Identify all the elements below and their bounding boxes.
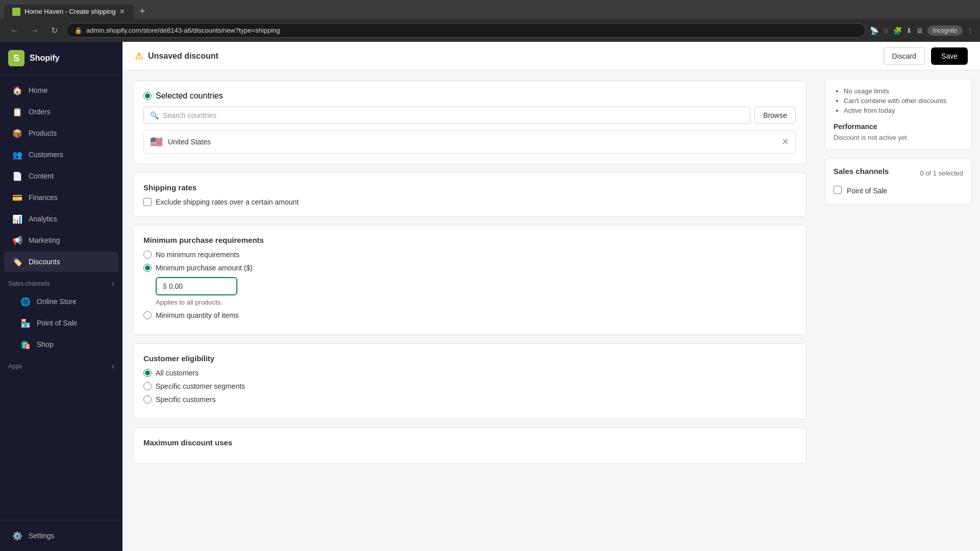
sidebar-item-shop[interactable]: 🛍️ Shop — [4, 334, 118, 355]
products-icon: 📦 — [12, 128, 22, 138]
selected-countries-radio-input[interactable] — [143, 92, 152, 100]
refresh-button[interactable]: ↻ — [47, 23, 62, 37]
minimum-purchase-title: Minimum purchase requirements — [143, 236, 796, 244]
countries-card: Selected countries 🔍 Search countries Br… — [133, 81, 806, 164]
shopify-logo-text: Shopify — [30, 54, 60, 63]
performance-section: Performance Discount is not active yet — [834, 122, 963, 141]
specific-customers-label: Specific customers — [156, 395, 215, 404]
profile-icon: 🖥 — [916, 27, 923, 35]
browser-nav-bar: ← → ↻ 🔒 admin.shopify.com/store/de8143-a… — [0, 19, 980, 42]
point-of-sale-channel-checkbox-wrap — [834, 186, 842, 196]
sidebar-item-customers[interactable]: 👥 Customers — [4, 144, 118, 165]
specific-customers-option: Specific customers — [143, 395, 796, 404]
no-minimum-radio[interactable] — [143, 251, 152, 259]
sidebar-item-home-label: Home — [29, 86, 47, 94]
specific-segments-radio[interactable] — [143, 382, 152, 390]
sidebar-item-shop-label: Shop — [37, 340, 54, 348]
apps-label: Apps — [8, 363, 22, 370]
tab-title: Home Haven - Create shipping — [24, 8, 115, 15]
sales-channels-section-label: Sales channels › — [0, 273, 122, 290]
sidebar-item-finances-label: Finances — [29, 193, 58, 202]
max-discount-uses-card: Maximum discount uses — [133, 428, 806, 464]
orders-icon: 📋 — [12, 107, 22, 117]
summary-card: No usage limits Can't combine with other… — [825, 79, 972, 150]
sidebar-item-orders-label: Orders — [29, 108, 51, 116]
selected-countries-radio-label: Selected countries — [156, 91, 223, 101]
address-url: admin.shopify.com/store/de8143-a6/discou… — [86, 27, 857, 34]
discounts-icon: 🏷️ — [12, 257, 22, 267]
minimum-quantity-option: Minimum quantity of items — [143, 311, 796, 319]
all-customers-option: All customers — [143, 369, 796, 377]
sidebar-item-analytics[interactable]: 📊 Analytics — [4, 209, 118, 229]
applies-text: Applies to all products. — [156, 298, 796, 306]
country-name-label: United States — [168, 138, 211, 146]
no-usage-limits-item: No usage limits — [844, 87, 963, 95]
browse-button[interactable]: Browse — [754, 107, 796, 124]
download-icon: ⬇ — [906, 27, 912, 35]
country-search-input[interactable]: 🔍 Search countries — [143, 107, 750, 124]
sidebar-item-online-store-label: Online Store — [37, 297, 77, 306]
incognito-badge: Incognito — [927, 26, 963, 36]
minimum-quantity-label: Minimum quantity of items — [156, 311, 239, 319]
new-tab-button[interactable]: + — [135, 4, 149, 19]
content-scroll-area: Selected countries 🔍 Search countries Br… — [122, 70, 817, 551]
back-button[interactable]: ← — [6, 24, 22, 37]
specific-customers-radio[interactable] — [143, 395, 152, 404]
point-of-sale-channel-checkbox[interactable] — [834, 186, 842, 194]
remove-country-button[interactable]: ✕ — [781, 136, 789, 147]
sidebar-item-discounts[interactable]: 🏷️ Discounts — [4, 252, 118, 272]
apps-expand-icon[interactable]: › — [112, 362, 114, 371]
customer-eligibility-title: Customer eligibility — [143, 354, 796, 363]
sidebar-item-discounts-label: Discounts — [29, 258, 60, 266]
amount-input[interactable] — [169, 282, 220, 290]
search-icon: 🔍 — [150, 111, 159, 119]
cast-icon: 📡 — [870, 27, 878, 35]
minimum-amount-radio[interactable] — [143, 264, 152, 272]
lock-icon: 🔒 — [75, 27, 82, 34]
minimum-quantity-radio[interactable] — [143, 311, 152, 319]
home-icon: 🏠 — [12, 85, 22, 95]
country-search-placeholder: Search countries — [163, 111, 216, 119]
tab-bar: Home Haven - Create shipping ✕ + — [0, 0, 980, 19]
warning-icon: ⚠ — [135, 51, 143, 62]
sidebar-item-marketing[interactable]: 📢 Marketing — [4, 230, 118, 251]
sidebar-bottom: ⚙️ Settings — [0, 520, 122, 551]
active-tab[interactable]: Home Haven - Create shipping ✕ — [4, 5, 133, 19]
save-button[interactable]: Save — [931, 47, 968, 65]
sidebar-logo: S Shopify — [0, 42, 122, 75]
discard-button[interactable]: Discard — [884, 47, 925, 65]
exclude-rates-row: Exclude shipping rates over a certain am… — [143, 198, 796, 206]
specific-segments-label: Specific customer segments — [156, 382, 245, 390]
summary-list: No usage limits Can't combine with other… — [834, 87, 963, 114]
sidebar-item-settings[interactable]: ⚙️ Settings — [4, 525, 118, 546]
shipping-rates-title: Shipping rates — [143, 183, 796, 192]
sidebar-item-content[interactable]: 📄 Content — [4, 166, 118, 186]
extensions-icon: 🧩 — [893, 27, 902, 35]
united-states-item: 🇺🇸 United States ✕ — [143, 130, 796, 154]
sidebar-item-point-of-sale[interactable]: 🏪 Point of Sale — [4, 313, 118, 333]
marketing-icon: 📢 — [12, 235, 22, 245]
browser-chrome: Home Haven - Create shipping ✕ + ← → ↻ 🔒… — [0, 0, 980, 42]
us-flag-icon: 🇺🇸 — [150, 136, 163, 148]
content-icon: 📄 — [12, 171, 22, 181]
sidebar-item-home[interactable]: 🏠 Home — [4, 80, 118, 101]
app-container: S Shopify 🏠 Home 📋 Orders 📦 Products 👥 C… — [0, 42, 980, 551]
address-bar[interactable]: 🔒 admin.shopify.com/store/de8143-a6/disc… — [66, 23, 866, 38]
sales-channels-count: 0 of 1 selected — [920, 169, 963, 177]
sales-channels-expand-icon[interactable]: › — [112, 279, 114, 288]
forward-button[interactable]: → — [27, 24, 43, 37]
sidebar: S Shopify 🏠 Home 📋 Orders 📦 Products 👥 C… — [0, 42, 122, 551]
customer-eligibility-card: Customer eligibility All customers Speci… — [133, 343, 806, 419]
sidebar-item-point-of-sale-label: Point of Sale — [37, 319, 77, 327]
tab-close-button[interactable]: ✕ — [119, 8, 125, 15]
sidebar-item-online-store[interactable]: 🌐 Online Store — [4, 291, 118, 312]
sidebar-item-finances[interactable]: 💳 Finances — [4, 187, 118, 208]
sidebar-item-orders[interactable]: 📋 Orders — [4, 102, 118, 122]
shop-icon: 🛍️ — [20, 339, 31, 349]
shipping-rates-card: Shipping rates Exclude shipping rates ov… — [133, 172, 806, 217]
topbar: ⚠ Unsaved discount Discard Save — [122, 42, 980, 70]
all-customers-radio[interactable] — [143, 369, 152, 377]
sidebar-item-analytics-label: Analytics — [29, 215, 57, 223]
sidebar-item-products[interactable]: 📦 Products — [4, 123, 118, 143]
exclude-rates-checkbox[interactable] — [143, 198, 152, 206]
